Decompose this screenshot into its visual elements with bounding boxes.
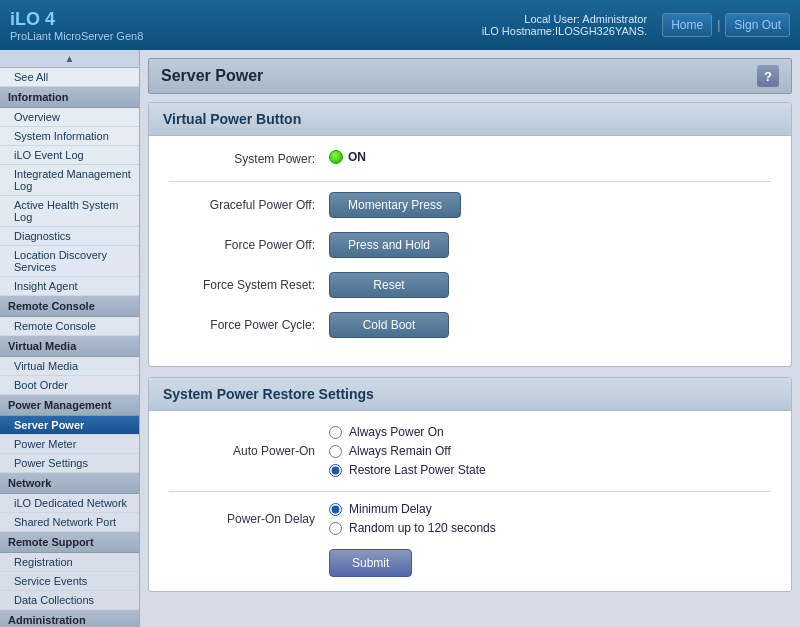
divider2: [169, 491, 771, 492]
system-power-row: System Power: ON: [169, 150, 771, 167]
sidebar-item-insight-agent[interactable]: Insight Agent: [0, 277, 139, 296]
random-delay-radio[interactable]: [329, 522, 342, 535]
power-on-delay-row: Power-On Delay Minimum Delay Random up t…: [169, 502, 771, 535]
graceful-power-off-row: Graceful Power Off: Momentary Press: [169, 192, 771, 218]
sidebar-section-power-management: Power Management: [0, 395, 139, 416]
header-left: iLO 4 ProLiant MicroServer Gen8: [10, 9, 143, 42]
force-system-reset-label: Force System Reset:: [169, 278, 329, 292]
sidebar-item-server-power[interactable]: Server Power: [0, 416, 139, 435]
always-power-on-label: Always Power On: [349, 425, 444, 439]
always-remain-off-radio[interactable]: [329, 445, 342, 458]
graceful-power-off-value: Momentary Press: [329, 192, 771, 218]
power-restore-title: System Power Restore Settings: [163, 386, 777, 402]
momentary-press-button[interactable]: Momentary Press: [329, 192, 461, 218]
app-subtitle: ProLiant MicroServer Gen8: [10, 30, 143, 42]
cold-boot-button[interactable]: Cold Boot: [329, 312, 449, 338]
sidebar-item-ilo-event-log[interactable]: iLO Event Log: [0, 146, 139, 165]
page-title: Server Power: [161, 67, 263, 85]
green-dot-icon: [329, 150, 343, 164]
system-power-value: ON: [329, 150, 771, 167]
sidebar-item-service-events[interactable]: Service Events: [0, 572, 139, 591]
force-system-reset-value: Reset: [329, 272, 771, 298]
virtual-power-button-body: System Power: ON Graceful Power Off: Mom…: [149, 136, 791, 366]
sidebar-item-power-settings[interactable]: Power Settings: [0, 454, 139, 473]
random-delay-option[interactable]: Random up to 120 seconds: [329, 521, 771, 535]
sidebar-section-virtual-media: Virtual Media: [0, 336, 139, 357]
force-power-cycle-row: Force Power Cycle: Cold Boot: [169, 312, 771, 338]
force-power-cycle-label: Force Power Cycle:: [169, 318, 329, 332]
sidebar-section-remote-support: Remote Support: [0, 532, 139, 553]
virtual-power-button-header: Virtual Power Button: [149, 103, 791, 136]
signout-link[interactable]: Sign Out: [725, 13, 790, 37]
sidebar-section-network: Network: [0, 473, 139, 494]
system-power-label: System Power:: [169, 152, 329, 166]
sidebar-item-overview[interactable]: Overview: [0, 108, 139, 127]
force-system-reset-row: Force System Reset: Reset: [169, 272, 771, 298]
sidebar-item-virtual-media[interactable]: Virtual Media: [0, 357, 139, 376]
always-remain-off-label: Always Remain Off: [349, 444, 451, 458]
header-nav: Home | Sign Out: [657, 13, 790, 37]
header-right: Local User: Administrator iLO Hostname:I…: [482, 13, 790, 37]
sidebar-item-system-information[interactable]: System Information: [0, 127, 139, 146]
restore-last-state-label: Restore Last Power State: [349, 463, 486, 477]
power-on-delay-options: Minimum Delay Random up to 120 seconds: [329, 502, 771, 535]
restore-last-power-state-option[interactable]: Restore Last Power State: [329, 463, 771, 477]
sidebar-item-registration[interactable]: Registration: [0, 553, 139, 572]
reset-button[interactable]: Reset: [329, 272, 449, 298]
random-delay-label: Random up to 120 seconds: [349, 521, 496, 535]
power-on-text: ON: [348, 150, 366, 164]
sidebar-section-remote-console: Remote Console: [0, 296, 139, 317]
sidebar-item-health-system-log[interactable]: Active Health System Log: [0, 196, 139, 227]
sidebar-item-dedicated-network[interactable]: iLO Dedicated Network: [0, 494, 139, 513]
sidebar-item-boot-order[interactable]: Boot Order: [0, 376, 139, 395]
graceful-power-off-label: Graceful Power Off:: [169, 198, 329, 212]
minimum-delay-option[interactable]: Minimum Delay: [329, 502, 771, 516]
power-restore-card: System Power Restore Settings Auto Power…: [148, 377, 792, 592]
sidebar-item-remote-console[interactable]: Remote Console: [0, 317, 139, 336]
sidebar-item-see-all[interactable]: See All: [0, 68, 139, 87]
layout: ▲ See All Information Overview System In…: [0, 50, 800, 627]
header: iLO 4 ProLiant MicroServer Gen8 Local Us…: [0, 0, 800, 50]
submit-row: Submit: [169, 549, 771, 577]
sidebar: ▲ See All Information Overview System In…: [0, 50, 140, 627]
main-content: Server Power ? Virtual Power Button Syst…: [140, 50, 800, 627]
always-remain-off-option[interactable]: Always Remain Off: [329, 444, 771, 458]
auto-power-on-label: Auto Power-On: [169, 444, 329, 458]
sidebar-item-integrated-mgmt-log[interactable]: Integrated Management Log: [0, 165, 139, 196]
nav-sep2: |: [717, 18, 720, 32]
always-power-on-radio[interactable]: [329, 426, 342, 439]
auto-power-on-row: Auto Power-On Always Power On Always Rem…: [169, 425, 771, 477]
sidebar-item-location-discovery[interactable]: Location Discovery Services: [0, 246, 139, 277]
sidebar-item-diagnostics[interactable]: Diagnostics: [0, 227, 139, 246]
help-button[interactable]: ?: [757, 65, 779, 87]
sidebar-section-information: Information: [0, 87, 139, 108]
user-info: Local User: Administrator iLO Hostname:I…: [482, 13, 647, 37]
sidebar-scroll-up[interactable]: ▲: [0, 50, 139, 68]
restore-last-state-radio[interactable]: [329, 464, 342, 477]
auto-power-on-options: Always Power On Always Remain Off Restor…: [329, 425, 771, 477]
virtual-power-button-title: Virtual Power Button: [163, 111, 777, 127]
sidebar-item-shared-network[interactable]: Shared Network Port: [0, 513, 139, 532]
user-line2: iLO Hostname:ILOSGH326YANS.: [482, 25, 647, 37]
sidebar-item-data-collections[interactable]: Data Collections: [0, 591, 139, 610]
always-power-on-option[interactable]: Always Power On: [329, 425, 771, 439]
force-power-off-label: Force Power Off:: [169, 238, 329, 252]
sidebar-section-administration: Administration: [0, 610, 139, 627]
power-on-indicator: ON: [329, 150, 366, 164]
virtual-power-button-card: Virtual Power Button System Power: ON: [148, 102, 792, 367]
submit-button[interactable]: Submit: [329, 549, 412, 577]
power-on-delay-label: Power-On Delay: [169, 512, 329, 526]
press-and-hold-button[interactable]: Press and Hold: [329, 232, 449, 258]
power-restore-header: System Power Restore Settings: [149, 378, 791, 411]
force-power-off-value: Press and Hold: [329, 232, 771, 258]
page-header-bar: Server Power ?: [148, 58, 792, 94]
minimum-delay-radio[interactable]: [329, 503, 342, 516]
power-restore-body: Auto Power-On Always Power On Always Rem…: [149, 411, 791, 591]
home-link[interactable]: Home: [662, 13, 712, 37]
force-power-off-row: Force Power Off: Press and Hold: [169, 232, 771, 258]
force-power-cycle-value: Cold Boot: [329, 312, 771, 338]
user-line1: Local User: Administrator: [482, 13, 647, 25]
app-title: iLO 4: [10, 9, 143, 30]
sidebar-item-power-meter[interactable]: Power Meter: [0, 435, 139, 454]
minimum-delay-label: Minimum Delay: [349, 502, 432, 516]
